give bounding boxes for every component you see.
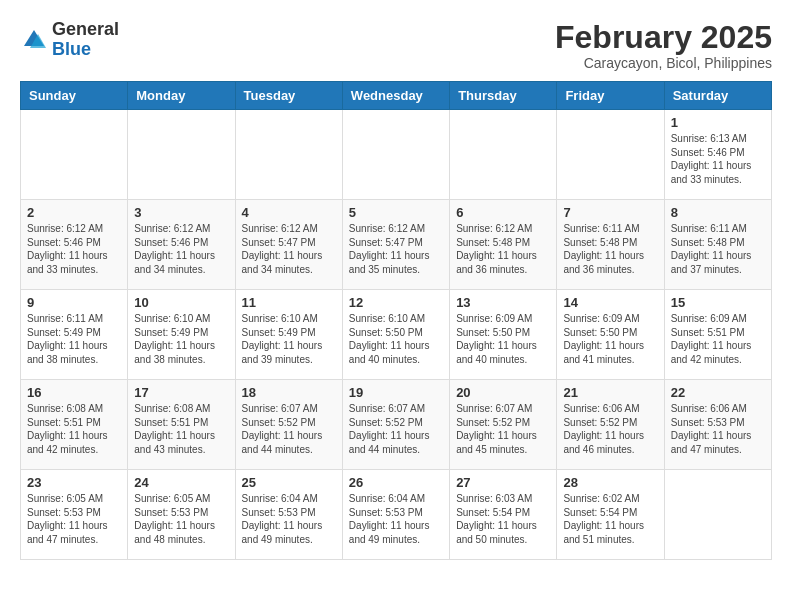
day-info: Sunrise: 6:10 AM Sunset: 5:49 PM Dayligh… bbox=[242, 312, 336, 366]
day-number: 17 bbox=[134, 385, 228, 400]
day-info: Sunrise: 6:10 AM Sunset: 5:50 PM Dayligh… bbox=[349, 312, 443, 366]
day-info: Sunrise: 6:11 AM Sunset: 5:48 PM Dayligh… bbox=[563, 222, 657, 276]
day-info: Sunrise: 6:09 AM Sunset: 5:50 PM Dayligh… bbox=[456, 312, 550, 366]
calendar-cell: 15Sunrise: 6:09 AM Sunset: 5:51 PM Dayli… bbox=[664, 290, 771, 380]
day-info: Sunrise: 6:06 AM Sunset: 5:53 PM Dayligh… bbox=[671, 402, 765, 456]
title-block: February 2025 Caraycayon, Bicol, Philipp… bbox=[555, 20, 772, 71]
month-year-title: February 2025 bbox=[555, 20, 772, 55]
calendar-cell: 28Sunrise: 6:02 AM Sunset: 5:54 PM Dayli… bbox=[557, 470, 664, 560]
day-info: Sunrise: 6:12 AM Sunset: 5:47 PM Dayligh… bbox=[349, 222, 443, 276]
calendar-cell: 13Sunrise: 6:09 AM Sunset: 5:50 PM Dayli… bbox=[450, 290, 557, 380]
day-number: 19 bbox=[349, 385, 443, 400]
day-info: Sunrise: 6:04 AM Sunset: 5:53 PM Dayligh… bbox=[349, 492, 443, 546]
day-number: 9 bbox=[27, 295, 121, 310]
day-info: Sunrise: 6:11 AM Sunset: 5:49 PM Dayligh… bbox=[27, 312, 121, 366]
day-info: Sunrise: 6:12 AM Sunset: 5:47 PM Dayligh… bbox=[242, 222, 336, 276]
day-info: Sunrise: 6:12 AM Sunset: 5:46 PM Dayligh… bbox=[134, 222, 228, 276]
calendar-cell: 4Sunrise: 6:12 AM Sunset: 5:47 PM Daylig… bbox=[235, 200, 342, 290]
day-info: Sunrise: 6:12 AM Sunset: 5:46 PM Dayligh… bbox=[27, 222, 121, 276]
day-info: Sunrise: 6:03 AM Sunset: 5:54 PM Dayligh… bbox=[456, 492, 550, 546]
calendar-cell: 20Sunrise: 6:07 AM Sunset: 5:52 PM Dayli… bbox=[450, 380, 557, 470]
logo-blue-text: Blue bbox=[52, 39, 91, 59]
day-number: 3 bbox=[134, 205, 228, 220]
calendar-cell bbox=[342, 110, 449, 200]
day-number: 10 bbox=[134, 295, 228, 310]
day-number: 7 bbox=[563, 205, 657, 220]
day-info: Sunrise: 6:08 AM Sunset: 5:51 PM Dayligh… bbox=[134, 402, 228, 456]
calendar-week-1: 1Sunrise: 6:13 AM Sunset: 5:46 PM Daylig… bbox=[21, 110, 772, 200]
calendar-cell: 8Sunrise: 6:11 AM Sunset: 5:48 PM Daylig… bbox=[664, 200, 771, 290]
calendar-cell bbox=[235, 110, 342, 200]
weekday-header-thursday: Thursday bbox=[450, 82, 557, 110]
weekday-header-monday: Monday bbox=[128, 82, 235, 110]
day-number: 21 bbox=[563, 385, 657, 400]
day-number: 13 bbox=[456, 295, 550, 310]
weekday-header-wednesday: Wednesday bbox=[342, 82, 449, 110]
day-number: 23 bbox=[27, 475, 121, 490]
day-number: 20 bbox=[456, 385, 550, 400]
calendar-cell: 10Sunrise: 6:10 AM Sunset: 5:49 PM Dayli… bbox=[128, 290, 235, 380]
day-info: Sunrise: 6:07 AM Sunset: 5:52 PM Dayligh… bbox=[349, 402, 443, 456]
calendar-cell bbox=[450, 110, 557, 200]
calendar-week-2: 2Sunrise: 6:12 AM Sunset: 5:46 PM Daylig… bbox=[21, 200, 772, 290]
calendar-cell: 16Sunrise: 6:08 AM Sunset: 5:51 PM Dayli… bbox=[21, 380, 128, 470]
day-info: Sunrise: 6:05 AM Sunset: 5:53 PM Dayligh… bbox=[27, 492, 121, 546]
weekday-header-friday: Friday bbox=[557, 82, 664, 110]
calendar-cell: 7Sunrise: 6:11 AM Sunset: 5:48 PM Daylig… bbox=[557, 200, 664, 290]
day-number: 6 bbox=[456, 205, 550, 220]
logo-icon bbox=[20, 26, 48, 54]
day-info: Sunrise: 6:02 AM Sunset: 5:54 PM Dayligh… bbox=[563, 492, 657, 546]
calendar-cell: 6Sunrise: 6:12 AM Sunset: 5:48 PM Daylig… bbox=[450, 200, 557, 290]
day-number: 2 bbox=[27, 205, 121, 220]
calendar-cell bbox=[21, 110, 128, 200]
day-info: Sunrise: 6:08 AM Sunset: 5:51 PM Dayligh… bbox=[27, 402, 121, 456]
calendar-cell: 11Sunrise: 6:10 AM Sunset: 5:49 PM Dayli… bbox=[235, 290, 342, 380]
day-info: Sunrise: 6:07 AM Sunset: 5:52 PM Dayligh… bbox=[456, 402, 550, 456]
calendar-cell: 26Sunrise: 6:04 AM Sunset: 5:53 PM Dayli… bbox=[342, 470, 449, 560]
day-number: 5 bbox=[349, 205, 443, 220]
calendar-cell: 9Sunrise: 6:11 AM Sunset: 5:49 PM Daylig… bbox=[21, 290, 128, 380]
calendar-cell: 3Sunrise: 6:12 AM Sunset: 5:46 PM Daylig… bbox=[128, 200, 235, 290]
logo: General Blue bbox=[20, 20, 119, 60]
logo-general-text: General bbox=[52, 19, 119, 39]
day-number: 16 bbox=[27, 385, 121, 400]
weekday-header-sunday: Sunday bbox=[21, 82, 128, 110]
day-number: 18 bbox=[242, 385, 336, 400]
day-number: 1 bbox=[671, 115, 765, 130]
calendar-cell: 14Sunrise: 6:09 AM Sunset: 5:50 PM Dayli… bbox=[557, 290, 664, 380]
day-info: Sunrise: 6:12 AM Sunset: 5:48 PM Dayligh… bbox=[456, 222, 550, 276]
day-number: 12 bbox=[349, 295, 443, 310]
day-number: 28 bbox=[563, 475, 657, 490]
day-info: Sunrise: 6:09 AM Sunset: 5:50 PM Dayligh… bbox=[563, 312, 657, 366]
calendar-cell: 18Sunrise: 6:07 AM Sunset: 5:52 PM Dayli… bbox=[235, 380, 342, 470]
calendar-cell: 12Sunrise: 6:10 AM Sunset: 5:50 PM Dayli… bbox=[342, 290, 449, 380]
day-number: 27 bbox=[456, 475, 550, 490]
day-info: Sunrise: 6:13 AM Sunset: 5:46 PM Dayligh… bbox=[671, 132, 765, 186]
calendar-table: SundayMondayTuesdayWednesdayThursdayFrid… bbox=[20, 81, 772, 560]
calendar-week-4: 16Sunrise: 6:08 AM Sunset: 5:51 PM Dayli… bbox=[21, 380, 772, 470]
weekday-header-tuesday: Tuesday bbox=[235, 82, 342, 110]
day-number: 22 bbox=[671, 385, 765, 400]
calendar-cell bbox=[128, 110, 235, 200]
calendar-cell: 25Sunrise: 6:04 AM Sunset: 5:53 PM Dayli… bbox=[235, 470, 342, 560]
day-info: Sunrise: 6:05 AM Sunset: 5:53 PM Dayligh… bbox=[134, 492, 228, 546]
calendar-header-row: SundayMondayTuesdayWednesdayThursdayFrid… bbox=[21, 82, 772, 110]
calendar-cell bbox=[664, 470, 771, 560]
calendar-cell: 21Sunrise: 6:06 AM Sunset: 5:52 PM Dayli… bbox=[557, 380, 664, 470]
calendar-cell: 2Sunrise: 6:12 AM Sunset: 5:46 PM Daylig… bbox=[21, 200, 128, 290]
calendar-cell: 22Sunrise: 6:06 AM Sunset: 5:53 PM Dayli… bbox=[664, 380, 771, 470]
calendar-cell: 1Sunrise: 6:13 AM Sunset: 5:46 PM Daylig… bbox=[664, 110, 771, 200]
day-info: Sunrise: 6:04 AM Sunset: 5:53 PM Dayligh… bbox=[242, 492, 336, 546]
day-info: Sunrise: 6:10 AM Sunset: 5:49 PM Dayligh… bbox=[134, 312, 228, 366]
day-number: 8 bbox=[671, 205, 765, 220]
day-number: 25 bbox=[242, 475, 336, 490]
calendar-cell: 24Sunrise: 6:05 AM Sunset: 5:53 PM Dayli… bbox=[128, 470, 235, 560]
location-subtitle: Caraycayon, Bicol, Philippines bbox=[555, 55, 772, 71]
day-number: 26 bbox=[349, 475, 443, 490]
calendar-cell: 27Sunrise: 6:03 AM Sunset: 5:54 PM Dayli… bbox=[450, 470, 557, 560]
calendar-cell: 17Sunrise: 6:08 AM Sunset: 5:51 PM Dayli… bbox=[128, 380, 235, 470]
day-number: 11 bbox=[242, 295, 336, 310]
page-header: General Blue February 2025 Caraycayon, B… bbox=[20, 20, 772, 71]
calendar-cell: 23Sunrise: 6:05 AM Sunset: 5:53 PM Dayli… bbox=[21, 470, 128, 560]
day-number: 15 bbox=[671, 295, 765, 310]
